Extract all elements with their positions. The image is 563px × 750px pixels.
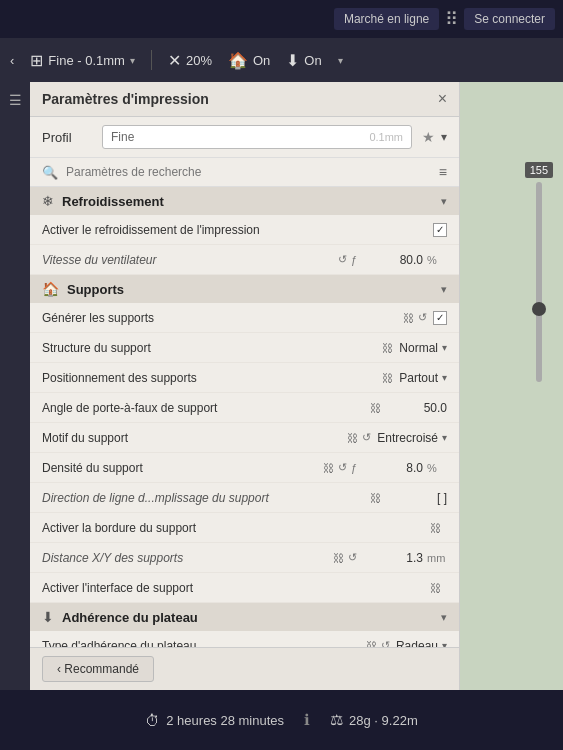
table-row: Direction de ligne d...mplissage du supp… <box>30 483 459 513</box>
footer: ⏱ 2 heures 28 minutes ℹ ⚖ 28g · 9.22m <box>0 690 563 750</box>
toolbar-settings[interactable]: ⊞ Fine - 0.1mm ▾ <box>30 51 135 70</box>
table-row: Positionnement des supports ⛓ Partout ▾ <box>30 363 459 393</box>
link-icon[interactable]: ⛓ <box>333 552 344 564</box>
setting-name: Motif du support <box>42 431 347 445</box>
profile-row: Profil Fine 0.1mm ★ ▾ <box>30 117 459 158</box>
dropdown-chevron: ▾ <box>442 640 447 647</box>
right-area: 155 <box>460 82 563 690</box>
table-row: Motif du support ⛓ ↺ Entrecroisé ▾ <box>30 423 459 453</box>
setting-checkbox[interactable]: ✓ <box>433 223 447 237</box>
link-icon[interactable]: ⛓ <box>366 640 377 648</box>
panel-close-button[interactable]: × <box>438 90 447 108</box>
link-icon[interactable]: ⛓ <box>382 372 393 384</box>
reset-icon[interactable]: ↺ <box>418 311 427 324</box>
footer-info-icon[interactable]: ℹ <box>304 711 310 729</box>
profile-star-icon[interactable]: ★ <box>422 129 435 145</box>
setting-dropdown[interactable]: Partout ▾ <box>399 371 447 385</box>
setting-name: Vitesse du ventilateur <box>42 253 338 267</box>
setting-name: Activer le refroidissement de l'impressi… <box>42 223 427 237</box>
filter-icon[interactable]: ≡ <box>439 164 447 180</box>
setting-name: Direction de ligne d...mplissage du supp… <box>42 491 370 505</box>
panel-header: Paramètres d'impression × <box>30 82 459 117</box>
market-button[interactable]: Marché en ligne <box>334 8 439 30</box>
setting-name: Structure du support <box>42 341 382 355</box>
profile-value: Fine <box>111 130 134 144</box>
func-icon[interactable]: ƒ <box>351 254 357 266</box>
setting-dropdown[interactable]: Normal ▾ <box>399 341 447 355</box>
link-icon[interactable]: ⛓ <box>403 312 414 324</box>
section-header-refroidissement[interactable]: ❄ Refroidissement ▾ <box>30 187 459 215</box>
setting-icons: ⛓ <box>370 492 381 504</box>
settings-label: Fine - 0.1mm <box>48 53 125 68</box>
settings-scroll[interactable]: ❄ Refroidissement ▾ Activer le refroidis… <box>30 187 459 647</box>
setting-icons: ⛓ <box>430 582 441 594</box>
supports-title: Supports <box>67 282 124 297</box>
section-header-adherence[interactable]: ⬇ Adhérence du plateau ▾ <box>30 603 459 631</box>
grid-icon[interactable]: ⠿ <box>445 8 458 30</box>
table-row: Activer l'interface de support ⛓ <box>30 573 459 603</box>
link-icon[interactable]: ⛓ <box>430 522 441 534</box>
link-icon[interactable]: ⛓ <box>347 432 358 444</box>
main-area: ☰ Paramètres d'impression × Profil Fine … <box>0 82 563 690</box>
setting-dropdown[interactable]: Entrecroisé ▾ <box>377 431 447 445</box>
recommended-button[interactable]: ‹ Recommandé <box>42 656 154 682</box>
reset-icon[interactable]: ↺ <box>381 639 390 647</box>
setting-name: Type d'adhérence du plateau <box>42 639 366 648</box>
refroidissement-chevron: ▾ <box>441 195 447 208</box>
link-icon[interactable]: ⛓ <box>430 582 441 594</box>
separator-1 <box>151 50 152 70</box>
sidebar-icon-1[interactable]: ☰ <box>9 92 22 108</box>
table-row: Angle de porte-à-faux de support ⛓ 50.0 <box>30 393 459 423</box>
link-icon[interactable]: ⛓ <box>370 492 381 504</box>
setting-icons: ⛓ <box>370 402 381 414</box>
setting-name: Angle de porte-à-faux de support <box>42 401 370 415</box>
toolbar-adhesion[interactable]: ⬇ On <box>286 51 321 70</box>
table-row: Vitesse du ventilateur ↺ ƒ 80.0 % <box>30 245 459 275</box>
setting-checkbox[interactable]: ✓ <box>433 311 447 325</box>
back-icon: ‹ <box>10 53 14 68</box>
reset-icon[interactable]: ↺ <box>338 461 347 474</box>
footer-weight: ⚖ 28g · 9.22m <box>330 711 418 729</box>
infill-icon: ✕ <box>168 51 181 70</box>
profile-subvalue: 0.1mm <box>369 131 403 143</box>
profile-select[interactable]: Fine 0.1mm <box>102 125 412 149</box>
weight-icon: ⚖ <box>330 711 343 729</box>
toolbar-chevron[interactable]: ▾ <box>338 55 343 66</box>
setting-name: Activer la bordure du support <box>42 521 430 535</box>
profile-arrow-icon[interactable]: ▾ <box>441 130 447 144</box>
search-input[interactable] <box>66 165 431 179</box>
setting-value: 50.0 <box>387 401 447 415</box>
setting-icons: ⛓ ↺ <box>403 311 427 324</box>
toolbar-back[interactable]: ‹ <box>10 53 14 68</box>
settings-icon: ⊞ <box>30 51 43 70</box>
section-header-supports[interactable]: 🏠 Supports ▾ <box>30 275 459 303</box>
dropdown-value: Entrecroisé <box>377 431 438 445</box>
toolbar-infill[interactable]: ✕ 20% <box>168 51 212 70</box>
slider-thumb[interactable] <box>532 302 546 316</box>
connect-button[interactable]: Se connecter <box>464 8 555 30</box>
top-bar: Marché en ligne ⠿ Se connecter <box>0 0 563 38</box>
sidebar-left: ☰ <box>0 82 30 690</box>
setting-icons: ⛓ ↺ <box>333 551 357 564</box>
search-icon: 🔍 <box>42 165 58 180</box>
reset-icon[interactable]: ↺ <box>348 551 357 564</box>
panel-bottom: ‹ Recommandé <box>30 647 459 690</box>
toolbar: ‹ ⊞ Fine - 0.1mm ▾ ✕ 20% 🏠 On ⬇ On ▾ <box>0 38 563 82</box>
setting-dropdown[interactable]: Radeau ▾ <box>396 639 447 648</box>
reset-icon[interactable]: ↺ <box>338 253 347 266</box>
func-icon[interactable]: ƒ <box>351 462 357 474</box>
toolbar-support[interactable]: 🏠 On <box>228 51 270 70</box>
settings-panel: Paramètres d'impression × Profil Fine 0.… <box>30 82 460 690</box>
section-header-left: 🏠 Supports <box>42 281 124 297</box>
link-icon[interactable]: ⛓ <box>370 402 381 414</box>
table-row: Activer le refroidissement de l'impressi… <box>30 215 459 245</box>
slider-container: 155 <box>525 162 553 382</box>
dropdown-value: Normal <box>399 341 438 355</box>
setting-value: 80.0 <box>363 253 423 267</box>
link-icon[interactable]: ⛓ <box>323 462 334 474</box>
refroidissement-icon: ❄ <box>42 193 54 209</box>
slider-track[interactable] <box>536 182 542 382</box>
link-icon[interactable]: ⛓ <box>382 342 393 354</box>
reset-icon[interactable]: ↺ <box>362 431 371 444</box>
profile-actions: ★ ▾ <box>422 129 447 145</box>
